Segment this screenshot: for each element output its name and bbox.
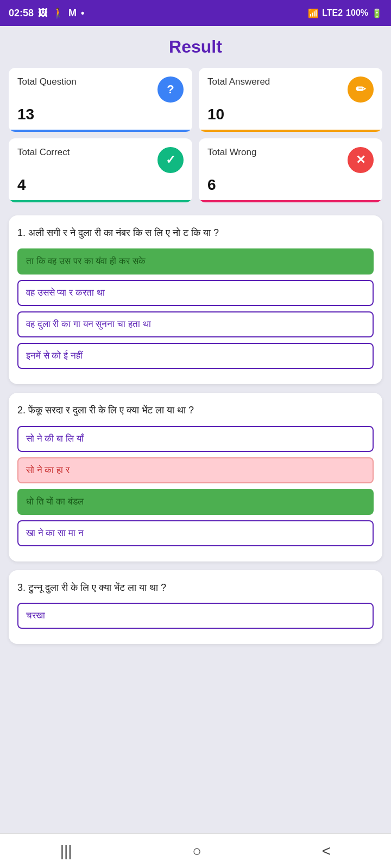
question-text-3: 3. टुन्नू दुला री के लि ए क्या भेंट ला य…: [17, 580, 374, 596]
option-2-4[interactable]: खा ने का सा मा न: [17, 520, 374, 546]
stat-header-4: Total Wrong ✕: [207, 147, 374, 173]
wifi-icon: 📶: [308, 8, 319, 18]
stat-header-3: Total Correct ✓: [17, 147, 184, 173]
option-1-3[interactable]: वह दुला री का गा यन सुनना चा हता था: [17, 311, 374, 337]
question-text-1: 1. अली सगी र ने दुला री का नंबर कि स लि …: [17, 225, 374, 241]
dot-icon: •: [81, 8, 84, 19]
question-icon: ?: [157, 76, 184, 103]
nav-bar: ||| ○ <: [0, 833, 391, 868]
option-3-1[interactable]: चरखा: [17, 603, 374, 629]
stats-grid: Total Question ? 13 Total Answered ✏ 10 …: [9, 68, 382, 202]
status-right: 📶 LTE2 100% 🔋: [308, 8, 382, 18]
stat-bar-2: [199, 130, 382, 132]
stat-card-total-question: Total Question ? 13: [9, 68, 192, 132]
check-icon: ✓: [157, 147, 184, 173]
option-2-2[interactable]: सो ने का हा र: [17, 457, 374, 483]
stat-card-total-answered: Total Answered ✏ 10: [199, 68, 382, 132]
option-1-4[interactable]: इनमें से को ई नहीं: [17, 343, 374, 369]
nav-home-button[interactable]: ○: [179, 838, 215, 864]
stat-label-1: Total Question: [17, 76, 77, 87]
stat-label-4: Total Wrong: [207, 147, 256, 158]
stat-bar-1: [9, 130, 192, 132]
option-2-1[interactable]: सो ने की बा लि यॉं: [17, 426, 374, 452]
walk-icon: 🚶: [52, 7, 64, 19]
question-card-1: 1. अली सगी र ने दुला री का नंबर कि स लि …: [9, 215, 382, 384]
stat-card-total-wrong: Total Wrong ✕ 6: [199, 138, 382, 202]
stat-value-1: 13: [17, 106, 184, 123]
nav-menu-button[interactable]: |||: [47, 838, 85, 864]
page-title: Result: [9, 37, 382, 57]
question-text-2: 2. फेंकू सरदा र दुला री के लि ए क्या भें…: [17, 403, 374, 418]
stat-card-total-correct: Total Correct ✓ 4: [9, 138, 192, 202]
time: 02:58: [9, 8, 34, 19]
stat-value-2: 10: [207, 106, 374, 123]
stat-bar-3: [9, 200, 192, 202]
status-left: 02:58 🖼 🚶 M •: [9, 7, 84, 19]
question-card-2: 2. फेंकू सरदा र दुला री के लि ए क्या भें…: [9, 393, 382, 561]
stat-value-4: 6: [207, 176, 374, 194]
stat-bar-4: [199, 200, 382, 202]
option-1-1[interactable]: ता कि वह उस पर का यंवा ही कर सके: [17, 248, 374, 275]
stat-label-2: Total Answered: [207, 76, 270, 87]
stat-value-3: 4: [17, 176, 184, 194]
battery-label: 100%: [346, 8, 368, 18]
x-icon: ✕: [348, 147, 374, 173]
option-2-3[interactable]: धो ति यों का बंडल: [17, 489, 374, 515]
pencil-icon: ✏: [348, 76, 374, 103]
page: Result Total Question ? 13 Total Answere…: [0, 26, 391, 707]
status-bar: 02:58 🖼 🚶 M • 📶 LTE2 100% 🔋: [0, 0, 391, 26]
nav-back-button[interactable]: <: [309, 838, 344, 864]
battery-icon: 🔋: [371, 8, 382, 18]
stat-header-2: Total Answered ✏: [207, 76, 374, 103]
photo-icon: 🖼: [38, 8, 48, 19]
option-1-2[interactable]: वह उससे प्या र करता था: [17, 280, 374, 306]
mail-icon: M: [68, 8, 77, 19]
signal-label: LTE2: [322, 8, 343, 18]
question-card-3: 3. टुन्नू दुला री के लि ए क्या भेंट ला य…: [9, 570, 382, 644]
stat-header-1: Total Question ?: [17, 76, 184, 103]
stat-label-3: Total Correct: [17, 147, 70, 158]
